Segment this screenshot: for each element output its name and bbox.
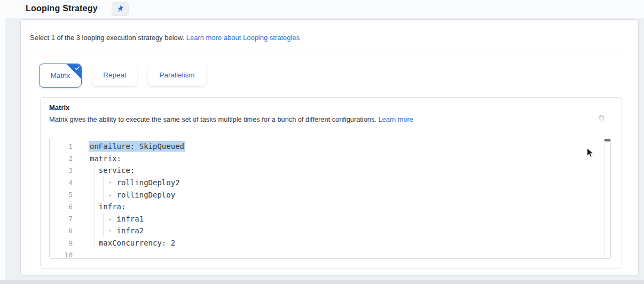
code-line-3[interactable]: 3 service: bbox=[50, 164, 610, 177]
pin-button[interactable] bbox=[112, 2, 129, 16]
delete-strategy-button[interactable] bbox=[596, 113, 607, 123]
tab-parallelism-label: Parallelism bbox=[159, 71, 194, 79]
code-line-9[interactable]: 9 maxConcurrency: 2 bbox=[50, 237, 610, 249]
tab-matrix[interactable]: Matrix bbox=[39, 64, 82, 88]
editor-scrollbar-thumb[interactable] bbox=[604, 139, 610, 141]
tab-repeat[interactable]: Repeat bbox=[92, 64, 137, 86]
check-icon bbox=[74, 65, 80, 71]
code-line-8[interactable]: 8 - infra2 bbox=[50, 225, 610, 237]
selected-corner-fold bbox=[66, 64, 81, 79]
code-text-selected: onFailure: SkipQueued bbox=[90, 142, 184, 151]
editor-scrollbar-track[interactable] bbox=[604, 138, 604, 258]
line-number: 3 bbox=[50, 167, 73, 175]
code-text: - infra1 bbox=[90, 215, 144, 223]
card-title: Matrix bbox=[49, 104, 69, 112]
line-number: 8 bbox=[50, 227, 73, 235]
pushpin-icon bbox=[116, 5, 124, 13]
trash-icon bbox=[598, 114, 606, 122]
code-line-1[interactable]: 1onFailure: SkipQueued bbox=[50, 140, 610, 153]
card-description-label: Matrix gives the ability to execute the … bbox=[49, 115, 378, 123]
line-number: 10 bbox=[50, 251, 73, 259]
code-line-2[interactable]: 2matrix: bbox=[50, 153, 610, 165]
code-line-6[interactable]: 6 infra: bbox=[50, 201, 610, 213]
code-text: - rollingDeploy bbox=[90, 191, 175, 199]
learn-more-link[interactable]: Learn more bbox=[378, 115, 413, 123]
intro-text: Select 1 of the 3 looping execution stra… bbox=[30, 34, 300, 42]
left-margin-strip bbox=[0, 0, 5, 284]
tab-parallelism[interactable]: Parallelism bbox=[148, 64, 206, 86]
code-text: maxConcurrency: 2 bbox=[90, 239, 175, 247]
yaml-editor[interactable]: 1onFailure: SkipQueued 2matrix: 3 servic… bbox=[49, 138, 611, 259]
line-number: 5 bbox=[50, 191, 73, 199]
bottom-edge-strip bbox=[0, 280, 644, 284]
page-title: Looping Strategy bbox=[26, 4, 98, 13]
code-text: infra: bbox=[90, 202, 125, 211]
divider bbox=[30, 50, 630, 50]
card-description: Matrix gives the ability to execute the … bbox=[49, 115, 413, 123]
code-line-5[interactable]: 5 - rollingDeploy bbox=[50, 188, 610, 201]
code-text: service: bbox=[90, 166, 135, 175]
line-number: 4 bbox=[50, 179, 73, 187]
code-line-10[interactable]: 10 bbox=[50, 249, 610, 259]
line-number: 1 bbox=[50, 143, 73, 151]
line-number: 2 bbox=[50, 154, 73, 162]
code-line-7[interactable]: 7 - infra1 bbox=[50, 213, 610, 225]
code-area: 1onFailure: SkipQueued 2matrix: 3 servic… bbox=[50, 140, 610, 259]
line-number: 9 bbox=[50, 239, 73, 247]
tab-repeat-label: Repeat bbox=[103, 71, 127, 79]
code-text: matrix: bbox=[90, 154, 121, 163]
looping-strategy-panel: Select 1 of the 3 looping execution stra… bbox=[20, 19, 639, 275]
intro-text-label: Select 1 of the 3 looping execution stra… bbox=[30, 34, 186, 42]
matrix-card: Matrix Matrix gives the ability to execu… bbox=[40, 97, 622, 269]
code-text: - infra2 bbox=[90, 226, 144, 235]
line-number: 6 bbox=[50, 203, 73, 211]
code-line-4[interactable]: 4 - rollingDeploy2 bbox=[50, 177, 610, 189]
strategy-tabs: Matrix Repeat Parallelism bbox=[39, 64, 206, 88]
learn-more-strategies-link[interactable]: Learn more about Looping strategies bbox=[186, 34, 300, 42]
line-number: 7 bbox=[50, 215, 73, 223]
code-text: - rollingDeploy2 bbox=[90, 178, 180, 187]
